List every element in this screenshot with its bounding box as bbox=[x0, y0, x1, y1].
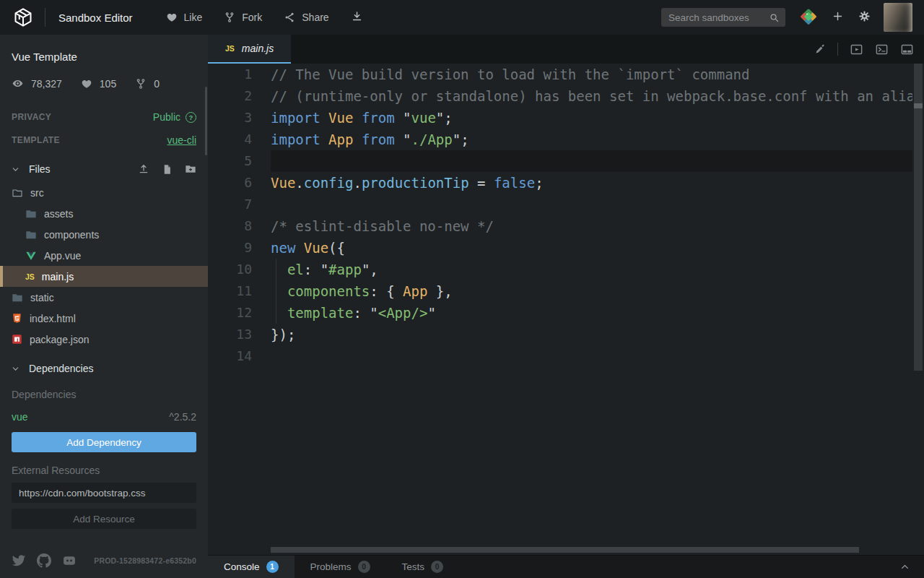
code-token: template bbox=[287, 305, 354, 321]
stat-value: 0 bbox=[154, 78, 160, 90]
code-token: ", bbox=[362, 262, 378, 277]
code-content: new Vue({ bbox=[271, 237, 912, 259]
code-token bbox=[353, 110, 361, 126]
editor-layout-icon[interactable] bbox=[900, 43, 914, 56]
app-title: Sandbox Editor bbox=[58, 12, 133, 24]
code-token: . bbox=[295, 175, 303, 191]
patron-gem-button[interactable] bbox=[800, 8, 817, 27]
tab-main-js[interactable]: JS main.js bbox=[208, 35, 291, 64]
file-name: static bbox=[30, 292, 54, 303]
package-row: vue^2.5.2 bbox=[12, 411, 196, 423]
line-number: 3 bbox=[208, 107, 252, 129]
plus-icon bbox=[832, 10, 844, 22]
upload-icon[interactable] bbox=[138, 163, 149, 175]
line-number: 4 bbox=[208, 129, 252, 150]
code-editor[interactable]: 1// The Vue build version to load with t… bbox=[208, 64, 924, 555]
help-icon[interactable]: ? bbox=[186, 112, 196, 123]
share-button[interactable]: Share bbox=[284, 12, 328, 23]
code-token: ; bbox=[535, 175, 543, 191]
file-tree-item-assets[interactable]: assets bbox=[0, 203, 208, 224]
file-tree-item-main-js[interactable]: JSmain.js bbox=[0, 266, 208, 287]
code-token: vue bbox=[411, 110, 436, 126]
code-line: 13}); bbox=[208, 324, 912, 345]
file-tree-item-App-vue[interactable]: App.vue bbox=[0, 245, 208, 266]
like-label: Like bbox=[184, 12, 203, 23]
code-area: 1// The Vue build version to load with t… bbox=[208, 64, 912, 545]
add-resource-button[interactable]: Add Resource bbox=[12, 509, 196, 529]
discord-icon[interactable] bbox=[62, 553, 77, 568]
files-section-header[interactable]: Files bbox=[12, 163, 196, 175]
code-token: = bbox=[469, 175, 494, 191]
code-token: App bbox=[328, 131, 353, 147]
console-tab-tests[interactable]: Tests0 bbox=[386, 556, 460, 578]
console-tabs: Console1Problems0Tests0 bbox=[208, 556, 459, 578]
code-content: /* eslint-disable no-new */ bbox=[271, 215, 912, 237]
download-icon bbox=[351, 10, 363, 22]
code-content: // The Vue build version to load with th… bbox=[271, 64, 912, 85]
template-row: TEMPLATE vue-cli bbox=[12, 134, 196, 146]
file-tree-item-package-json[interactable]: package.json bbox=[0, 329, 208, 350]
code-token: }); bbox=[271, 327, 295, 342]
twitter-icon[interactable] bbox=[12, 553, 26, 568]
file-name: src bbox=[30, 187, 44, 199]
search-box bbox=[661, 8, 785, 27]
sidebar-footer: PROD-1528983472-e6352b0 bbox=[0, 553, 208, 578]
indent-guide bbox=[276, 259, 276, 280]
code-token: from bbox=[362, 110, 395, 126]
heart-icon bbox=[166, 12, 178, 23]
external-resource-input[interactable] bbox=[12, 483, 196, 503]
fork-icon bbox=[224, 12, 235, 23]
settings-button[interactable] bbox=[858, 10, 871, 25]
code-line: 8/* eslint-disable no-new */ bbox=[208, 215, 912, 237]
new-file-icon[interactable] bbox=[162, 163, 173, 175]
code-line: 2// (runtime-only or standalone) has bee… bbox=[208, 85, 912, 107]
search-input[interactable] bbox=[668, 12, 769, 23]
workspace: JS main.js 1// The Vue build version to … bbox=[208, 35, 924, 578]
code-content: }); bbox=[271, 324, 912, 345]
code-line: 5 bbox=[208, 150, 912, 172]
code-token: import bbox=[271, 131, 321, 147]
code-token: config bbox=[304, 175, 354, 191]
new-folder-icon[interactable] bbox=[185, 163, 196, 175]
sidebar-scrollbar[interactable] bbox=[205, 87, 207, 155]
console-tab-problems[interactable]: Problems0 bbox=[295, 556, 386, 578]
file-name: App.vue bbox=[44, 250, 81, 262]
code-token bbox=[321, 131, 328, 147]
indent-guide bbox=[276, 302, 276, 324]
code-line: 4import App from "./App"; bbox=[208, 129, 912, 150]
file-tree-item-index-html[interactable]: index.html bbox=[0, 308, 208, 329]
file-tree-item-src[interactable]: src bbox=[0, 182, 208, 203]
code-token bbox=[271, 305, 287, 321]
toolbar-divider bbox=[837, 43, 838, 56]
gear-icon bbox=[858, 10, 871, 22]
horizontal-scrollbar[interactable] bbox=[271, 547, 859, 553]
console-bar: Console1Problems0Tests0 bbox=[208, 555, 924, 578]
console-tab-console[interactable]: Console1 bbox=[208, 556, 295, 578]
file-tree-item-static[interactable]: static bbox=[0, 287, 208, 308]
sidebar: Vue Template 78,3271050 PRIVACY Public ?… bbox=[0, 35, 208, 578]
add-dependency-button[interactable]: Add Dependency bbox=[12, 432, 196, 452]
file-tree-item-components[interactable]: components bbox=[0, 224, 208, 245]
avatar[interactable] bbox=[884, 3, 912, 32]
code-token: components bbox=[287, 283, 370, 299]
fork-button[interactable]: Fork bbox=[224, 12, 262, 23]
prettier-icon[interactable] bbox=[814, 43, 826, 56]
download-button[interactable] bbox=[351, 10, 363, 25]
privacy-row: PRIVACY Public ? bbox=[12, 111, 196, 123]
codesandbox-logo-icon[interactable] bbox=[13, 7, 33, 27]
line-number: 14 bbox=[208, 345, 252, 367]
folder-icon bbox=[25, 229, 37, 241]
package-name[interactable]: vue bbox=[12, 411, 28, 423]
project-title: Vue Template bbox=[12, 51, 196, 63]
new-sandbox-button[interactable] bbox=[832, 10, 844, 25]
dependencies-section-header[interactable]: Dependencies bbox=[12, 363, 196, 374]
console-toggle-icon[interactable] bbox=[875, 43, 889, 56]
vertical-scrollbar[interactable] bbox=[914, 64, 923, 371]
github-icon[interactable] bbox=[37, 553, 51, 568]
preview-toggle-icon[interactable] bbox=[850, 43, 863, 56]
like-button[interactable]: Like bbox=[166, 12, 203, 23]
console-tab-label: Console bbox=[224, 561, 260, 572]
search-icon[interactable] bbox=[769, 12, 780, 23]
console-collapse-button[interactable] bbox=[900, 556, 924, 578]
template-link[interactable]: vue-cli bbox=[167, 134, 196, 146]
